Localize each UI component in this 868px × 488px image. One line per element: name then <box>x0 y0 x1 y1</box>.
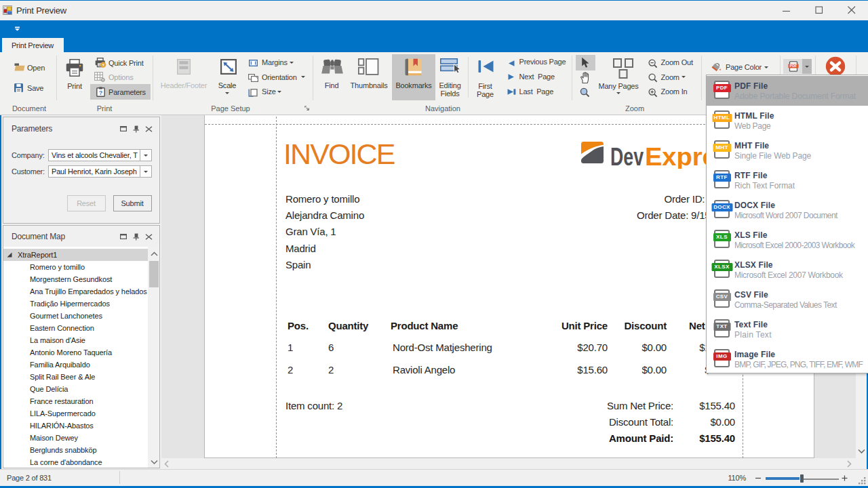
svg-text:?: ? <box>99 89 103 96</box>
svg-text:Dev: Dev <box>610 143 644 169</box>
svg-text:PDF: PDF <box>790 64 797 68</box>
